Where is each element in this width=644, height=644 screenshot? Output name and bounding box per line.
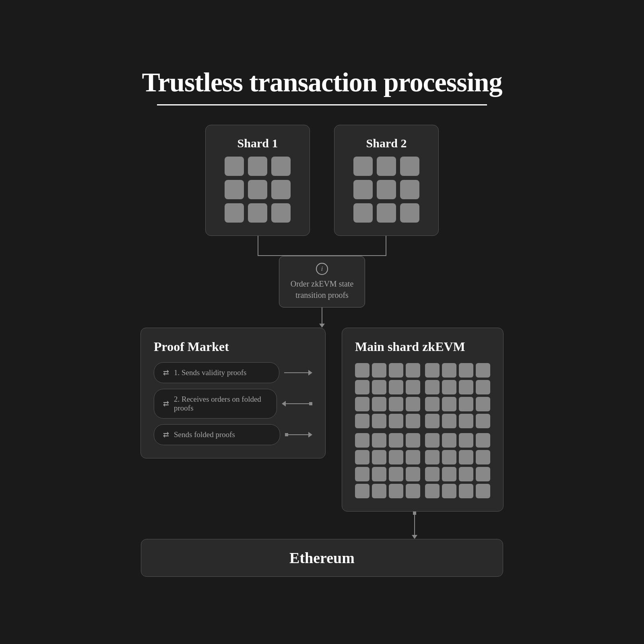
gc <box>372 450 386 464</box>
square-bottom <box>413 512 416 515</box>
gc <box>442 397 456 411</box>
gc <box>442 380 456 394</box>
shard1-box: Shard 1 <box>205 125 310 236</box>
gc <box>425 433 440 448</box>
gc <box>425 397 440 411</box>
gc <box>442 363 456 378</box>
gc <box>406 414 420 428</box>
arrow-left-2 <box>282 401 312 407</box>
gc <box>389 414 403 428</box>
gc <box>389 433 403 448</box>
gc <box>406 380 420 394</box>
gc <box>459 397 473 411</box>
square-2 <box>309 402 312 405</box>
shard1-cell <box>248 203 267 223</box>
h-line-1 <box>284 372 308 373</box>
shard2-cell <box>400 180 419 199</box>
arrow-right-3 <box>285 432 312 438</box>
gc <box>389 380 403 394</box>
proof-item-row-1: ⇄ 1. Sends validity proofs <box>154 362 312 383</box>
shard2-box: Shard 2 <box>334 125 439 236</box>
shard1-cell <box>271 203 291 223</box>
gc <box>442 433 456 448</box>
shard2-cell <box>400 203 419 223</box>
square-3 <box>285 433 288 436</box>
arrow-right-1 <box>284 370 312 376</box>
shard2-cell <box>377 157 396 176</box>
h-tip-right-1 <box>308 370 312 376</box>
main-shard-grids <box>355 363 490 498</box>
gc <box>425 450 440 464</box>
shard2-cell <box>377 203 396 223</box>
gc <box>459 380 473 394</box>
shard2-cell <box>400 157 419 176</box>
shard1-cell <box>248 180 267 199</box>
left-connector-line <box>258 236 258 256</box>
gc <box>476 363 490 378</box>
shard2-cell <box>353 180 373 199</box>
gc <box>476 380 490 394</box>
gc <box>459 467 473 481</box>
gc <box>459 414 473 428</box>
gc <box>459 363 473 378</box>
proof-market-box: Proof Market ⇄ 1. Sends validity proofs … <box>140 328 326 458</box>
gc <box>355 397 369 411</box>
gc <box>476 484 490 498</box>
gc <box>406 397 420 411</box>
middle-section: Proof Market ⇄ 1. Sends validity proofs … <box>101 328 543 512</box>
proof-item-3-text: Sends folded proofs <box>174 430 235 439</box>
arrow-tip <box>319 324 325 328</box>
h-tip-left-2 <box>282 401 286 407</box>
gc <box>389 484 403 498</box>
h-line-2 <box>286 403 309 404</box>
gc <box>425 363 440 378</box>
gc <box>372 467 386 481</box>
shard1-grid <box>225 157 291 223</box>
proof-item-1: ⇄ 1. Sends validity proofs <box>154 362 279 383</box>
down-arrow-1 <box>319 308 325 328</box>
right-connector-line <box>386 236 386 256</box>
main-grid-tl <box>355 363 420 428</box>
shard2-cell <box>377 180 396 199</box>
gc <box>372 380 386 394</box>
info-section: i Order zkEVM state transition proofs <box>279 256 365 308</box>
gc <box>406 467 420 481</box>
gc <box>355 363 369 378</box>
cycle-icon-1: ⇄ <box>163 368 169 377</box>
proof-market-title: Proof Market <box>154 339 312 354</box>
page-title: Trustless transaction processing <box>142 67 502 97</box>
gc <box>406 363 420 378</box>
shard2-cell <box>353 157 373 176</box>
gc <box>476 433 490 448</box>
proof-item-1-text: 1. Sends validity proofs <box>174 368 247 377</box>
h-line-3 <box>288 434 308 435</box>
arrow-line-2 <box>414 515 415 535</box>
cycle-icon-2: ⇄ <box>163 399 169 408</box>
proof-item-2: ⇄ 2. Receives orders on folded proofs <box>154 389 277 419</box>
gc <box>372 397 386 411</box>
shard1-cell <box>271 180 291 199</box>
gc <box>372 484 386 498</box>
gc <box>406 484 420 498</box>
shard1-cell <box>248 157 267 176</box>
shard-connector-lines <box>205 236 439 256</box>
gc <box>389 467 403 481</box>
gc <box>355 414 369 428</box>
info-icon: i <box>316 263 328 275</box>
cycle-icon-3: ⇄ <box>163 430 169 439</box>
gc <box>476 397 490 411</box>
shard1-label: Shard 1 <box>237 136 278 150</box>
gc <box>406 433 420 448</box>
gc <box>406 450 420 464</box>
main-grid-br <box>425 433 490 498</box>
main-grid-bl <box>355 433 420 498</box>
shard2-label: Shard 2 <box>366 136 407 150</box>
gc <box>442 467 456 481</box>
shard1-cell <box>225 157 244 176</box>
gc <box>442 450 456 464</box>
gc <box>355 467 369 481</box>
h-tip-right-3 <box>308 432 312 438</box>
gc <box>459 484 473 498</box>
main-shard-box: Main shard zkEVM <box>342 328 504 512</box>
gc <box>355 433 369 448</box>
